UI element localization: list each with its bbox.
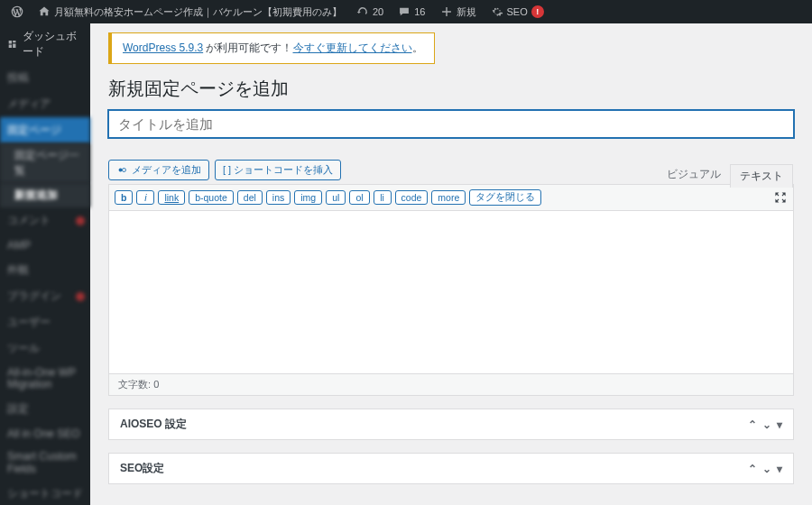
panel-title: AIOSEO 設定 — [120, 417, 187, 432]
svg-point-1 — [123, 169, 126, 172]
update-now-link[interactable]: 今すぐ更新してください — [293, 41, 412, 54]
comments-link[interactable]: 16 — [392, 0, 430, 23]
sidebar-item[interactable]: コメント — [0, 207, 90, 234]
sidebar-item[interactable]: AMP — [0, 234, 90, 257]
wordpress-icon — [11, 5, 23, 18]
seo-alert-badge: ! — [531, 5, 544, 18]
editor-container: ビジュアル テキスト b i link b-quote del ins img … — [108, 184, 794, 396]
comments-count: 16 — [414, 6, 425, 17]
editor-tabs: ビジュアル テキスト — [658, 163, 793, 187]
plus-icon — [440, 5, 453, 18]
seo-link[interactable]: SEO ! — [485, 0, 549, 23]
qt-link[interactable]: link — [158, 190, 185, 205]
sidebar-subitem[interactable]: 固定ページ一覧 — [0, 143, 90, 183]
updates-link[interactable]: 20 — [351, 0, 389, 23]
sidebar-item[interactable]: 外観 — [0, 257, 90, 283]
site-home-link[interactable]: 月額無料の格安ホームページ作成｜バケルーン【初期費用のみ】 — [32, 0, 347, 23]
qt-del[interactable]: del — [237, 190, 263, 205]
insert-shortcode-button[interactable]: [ ] ショートコードを挿入 — [215, 160, 341, 180]
qt-code[interactable]: code — [395, 190, 429, 205]
tab-visual[interactable]: ビジュアル — [658, 163, 730, 187]
toggle-icon[interactable]: ▾ — [777, 463, 782, 475]
sidebar-item[interactable]: Smart CustomFields — [0, 445, 90, 480]
qt-bquote[interactable]: b-quote — [189, 190, 234, 205]
tab-text[interactable]: テキスト — [730, 164, 793, 188]
panel-aioseo: AIOSEO 設定 ⌃ ⌄ ▾ — [108, 409, 794, 440]
panel-seo: SEO設定 ⌃ ⌄ ▾ — [108, 453, 794, 484]
quicktags-toolbar: b i link b-quote del ins img ul ol li co… — [109, 185, 793, 211]
refresh-icon — [356, 5, 369, 18]
admin-sidebar: ダッシュボード 投稿 メディア 固定ページ 固定ページ一覧 新規追加 コメント … — [0, 23, 90, 505]
gear-icon — [491, 5, 503, 18]
move-down-icon[interactable]: ⌄ — [762, 418, 771, 431]
wp-version-link[interactable]: WordPress 5.9.3 — [123, 41, 203, 54]
qt-img[interactable]: img — [294, 190, 322, 205]
panel-title: SEO設定 — [120, 461, 164, 476]
comment-icon — [398, 5, 411, 18]
content-textarea[interactable] — [109, 211, 793, 373]
qt-close-tags[interactable]: タグを閉じる — [469, 189, 541, 206]
panel-aioseo-header[interactable]: AIOSEO 設定 ⌃ ⌄ ▾ — [109, 409, 793, 439]
sidebar-item[interactable]: 設定 — [0, 396, 90, 422]
media-icon — [116, 164, 128, 176]
sidebar-dashboard-label: ダッシュボード — [23, 29, 83, 60]
admin-bar: 月額無料の格安ホームページ作成｜バケルーン【初期費用のみ】 20 16 新規 S… — [0, 0, 812, 23]
qt-i[interactable]: i — [136, 190, 154, 205]
svg-point-0 — [119, 169, 123, 172]
dashboard-icon — [7, 38, 17, 50]
seo-label: SEO — [507, 6, 528, 17]
add-media-button[interactable]: メディアを追加 — [108, 160, 209, 180]
qt-more[interactable]: more — [431, 190, 466, 205]
new-content-link[interactable]: 新規 — [435, 0, 482, 23]
post-title-input[interactable] — [108, 110, 794, 138]
move-down-icon[interactable]: ⌄ — [762, 463, 771, 475]
site-title: 月額無料の格安ホームページ作成｜バケルーン【初期費用のみ】 — [54, 5, 342, 19]
fullscreen-icon[interactable] — [773, 190, 788, 205]
sidebar-item[interactable]: ショートコード — [0, 481, 90, 505]
qt-ins[interactable]: ins — [266, 190, 291, 205]
updates-count: 20 — [373, 6, 383, 17]
main-content: WordPress 5.9.3 が利用可能です！今すぐ更新してください。 新規固… — [90, 23, 812, 505]
new-label: 新規 — [457, 5, 476, 19]
wp-logo[interactable] — [5, 0, 29, 23]
toggle-icon[interactable]: ▾ — [777, 418, 782, 431]
word-count: 文字数: 0 — [109, 373, 793, 395]
qt-ul[interactable]: ul — [326, 190, 346, 205]
move-up-icon[interactable]: ⌃ — [748, 463, 757, 475]
sidebar-item[interactable]: 投稿 — [0, 65, 90, 91]
qt-li[interactable]: li — [374, 190, 392, 205]
sidebar-item[interactable]: メディア — [0, 91, 90, 117]
qt-b[interactable]: b — [115, 190, 133, 205]
sidebar-item[interactable]: プラグイン — [0, 283, 90, 309]
move-up-icon[interactable]: ⌃ — [748, 418, 757, 431]
sidebar-item-dashboard[interactable]: ダッシュボード — [0, 23, 90, 65]
sidebar-item-pages[interactable]: 固定ページ — [0, 117, 90, 143]
sidebar-item[interactable]: All-in-One WPMigration — [0, 362, 90, 396]
sidebar-item[interactable]: ツール — [0, 335, 90, 362]
panel-seo-header[interactable]: SEO設定 ⌃ ⌄ ▾ — [109, 454, 793, 483]
sidebar-item[interactable]: All in One SEO — [0, 422, 90, 445]
qt-ol[interactable]: ol — [349, 190, 369, 205]
sidebar-subitem[interactable]: 新規追加 — [0, 183, 90, 207]
home-icon — [38, 5, 51, 18]
sidebar-item[interactable]: ユーザー — [0, 309, 90, 335]
page-title: 新規固定ページを追加 — [108, 77, 794, 101]
update-notice: WordPress 5.9.3 が利用可能です！今すぐ更新してください。 — [108, 32, 435, 64]
